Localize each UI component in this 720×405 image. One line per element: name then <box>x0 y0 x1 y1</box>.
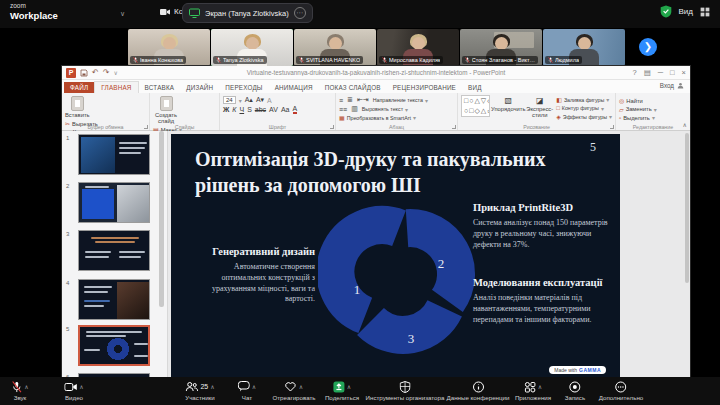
font-dialog-launcher[interactable] <box>330 125 334 129</box>
canvas-scrollbar[interactable] <box>685 133 689 283</box>
clear-formatting-icon[interactable]: A <box>267 97 272 104</box>
slide-thumbnail-1[interactable]: 1 <box>64 134 160 178</box>
font-size-input[interactable]: 24 <box>223 96 236 104</box>
ppt-ribbon-tabs: ФАЙЛ ГЛАВНАЯ ВСТАВКА ДИЗАЙН ПЕРЕХОДЫ АНИ… <box>62 80 690 93</box>
shape-outline-button[interactable]: □Контур фигуры▾ <box>556 105 612 112</box>
slide-thumbnail-5-selected[interactable]: 5 <box>64 325 160 369</box>
find-button[interactable]: ◎Найти <box>619 97 657 104</box>
replace-button[interactable]: ▱Заменить▾ <box>619 106 657 113</box>
paste-button[interactable]: Вставить <box>65 95 90 118</box>
slide-thumbnail-3[interactable]: 3 <box>64 230 160 274</box>
participant-tile[interactable]: SVITLANA HAVENKO <box>294 29 376 66</box>
paragraph-dialog-launcher[interactable] <box>452 125 456 129</box>
close-icon[interactable]: × <box>682 68 686 77</box>
strikethrough-icon[interactable]: abc <box>255 106 266 113</box>
tab-view[interactable]: ВИД <box>462 82 488 93</box>
tab-insert[interactable]: ВСТАВКА <box>139 82 181 93</box>
tab-transitions[interactable]: ПЕРЕХОДЫ <box>219 82 268 93</box>
meeting-info-button[interactable]: Данные конференции <box>447 380 510 401</box>
align-icons[interactable]: ≡≡ <box>339 106 347 113</box>
video-button[interactable]: ∧ Видео <box>64 380 83 401</box>
participants-options-chevron[interactable]: ∧ <box>210 383 214 390</box>
record-icon <box>569 381 581 393</box>
underline-icon[interactable]: Ч <box>239 106 244 113</box>
drawing-dialog-launcher[interactable] <box>610 125 614 129</box>
columns-icon[interactable]: ▥ <box>351 105 358 113</box>
smartart-button[interactable]: ▦Преобразовать в SmartArt▾ <box>339 114 416 121</box>
minimize-icon[interactable]: ─ <box>658 68 663 77</box>
arrange-button[interactable]: ▧ Упорядочить <box>493 95 523 120</box>
text-shadow-icon[interactable]: S <box>247 106 252 113</box>
slide-thumbnail-2[interactable]: 2 <box>64 182 160 226</box>
thumbnail-scrollbar[interactable] <box>159 131 164 307</box>
more-button[interactable]: Дополнительно <box>599 380 644 401</box>
view-grid-icon[interactable] <box>700 7 710 17</box>
character-spacing-icon[interactable]: AV <box>269 106 278 113</box>
indent-icons[interactable]: ⇤⇥ <box>357 96 369 104</box>
tab-animations[interactable]: АНИМАЦИЯ <box>269 82 319 93</box>
chat-button[interactable]: ∧ Чат <box>238 380 256 401</box>
grow-font-icon[interactable]: A▴ <box>245 96 253 104</box>
restore-icon[interactable]: □ <box>670 68 675 77</box>
share-options-chevron[interactable]: ∧ <box>347 383 351 390</box>
participant-tile[interactable]: Іванна Конюхова <box>128 29 210 66</box>
share-screen-button[interactable]: ∧ Поделиться <box>325 380 359 401</box>
video-options-chevron[interactable]: ∧ <box>79 383 83 390</box>
text-direction-button[interactable]: Направление текста▾ <box>373 97 428 104</box>
tab-slideshow[interactable]: ПОКАЗ СЛАЙДОВ <box>319 82 387 93</box>
font-size-chevron[interactable]: ▾ <box>239 97 242 104</box>
align-text-button[interactable]: Выровнять текст▾ <box>362 106 408 113</box>
participant-tile[interactable]: Мирослава Кадиляк <box>377 29 459 66</box>
participant-tile[interactable]: Стоян Златанов - Викто... <box>460 29 542 66</box>
next-participants-arrow[interactable]: ❯ <box>639 38 657 56</box>
numbering-icon[interactable]: ≣ <box>347 96 353 104</box>
shapes-gallery[interactable]: □○△▽◇☆○□◇△▭○ <box>461 95 490 117</box>
undo-icon[interactable]: ↶ <box>92 68 99 78</box>
made-with-badge[interactable]: Made with GAMMA <box>549 366 606 374</box>
host-tools-button[interactable]: Инструменты организатора <box>366 380 445 401</box>
muted-mic-icon <box>548 57 553 63</box>
sign-in-button[interactable]: Вход <box>660 82 684 89</box>
font-color-icon[interactable]: A <box>293 105 298 114</box>
record-button[interactable]: Запись <box>565 380 585 401</box>
save-icon[interactable] <box>80 69 88 77</box>
view-button-label[interactable]: Вид <box>679 7 693 16</box>
italic-icon[interactable]: К <box>232 106 236 113</box>
tab-home[interactable]: ГЛАВНАЯ <box>94 81 138 93</box>
change-case-icon[interactable]: Aa <box>281 106 290 113</box>
collapse-ribbon-chevron[interactable]: ∧ <box>683 121 687 128</box>
bullets-icon[interactable]: ≡ <box>339 97 343 104</box>
screen-share-pill[interactable]: Экран (Tanya Zlotkivska) ⋯ <box>182 3 313 23</box>
workspace-dropdown-chevron[interactable]: ∨ <box>120 10 125 18</box>
shape-effects-button[interactable]: ◈Эффекты фигуры▾ <box>556 113 612 120</box>
react-options-chevron[interactable]: ∧ <box>299 383 303 390</box>
audio-options-chevron[interactable]: ∧ <box>24 383 28 390</box>
apps-options-chevron[interactable]: ∧ <box>538 383 542 390</box>
share-pill-more-icon[interactable]: ⋯ <box>294 7 306 19</box>
tab-review[interactable]: РЕЦЕНЗИРОВАНИЕ <box>387 82 462 93</box>
tab-file[interactable]: ФАЙЛ <box>64 82 94 93</box>
help-icon[interactable]: ? <box>632 68 636 77</box>
qat-dropdown-chevron[interactable]: ∨ <box>113 68 117 78</box>
redo-icon[interactable]: ↷ <box>103 68 110 78</box>
participant-tile[interactable]: Людмила <box>543 29 625 66</box>
current-slide[interactable]: 5 Оптимізація 3D-друку та пакувальних рі… <box>171 134 620 377</box>
participants-button[interactable]: 25 ∧ Участники <box>185 380 215 401</box>
left-block-body: Автоматичне створення оптимальних констр… <box>191 262 315 305</box>
shape-fill-button[interactable]: ◧Заливка фигуры▾ <box>556 96 612 103</box>
apps-button[interactable]: ∧ Приложения <box>515 380 551 401</box>
clipboard-dialog-launcher[interactable] <box>144 125 148 129</box>
ribbon-display-icon[interactable]: ▤ <box>644 68 651 77</box>
audio-button[interactable]: ∧ Звук <box>11 380 28 401</box>
chat-options-chevron[interactable]: ∧ <box>252 383 256 390</box>
bold-icon[interactable]: Ж <box>223 106 229 113</box>
new-slide-button[interactable]: Создать слайд <box>153 95 179 124</box>
tab-design[interactable]: ДИЗАЙН <box>180 82 219 93</box>
quick-styles-button[interactable]: ◪ Экспресс-стили <box>526 95 553 120</box>
select-button[interactable]: ▫Выделить▾ <box>619 114 657 121</box>
slide-thumbnail-4[interactable]: 4 <box>64 279 160 323</box>
participant-tile-active-speaker[interactable]: Tanya Zlotkivska <box>211 29 293 66</box>
react-button[interactable]: ∧ Отреагировать <box>272 380 315 401</box>
shrink-font-icon[interactable]: A▾ <box>256 96 264 104</box>
security-shield-icon[interactable] <box>660 5 672 18</box>
